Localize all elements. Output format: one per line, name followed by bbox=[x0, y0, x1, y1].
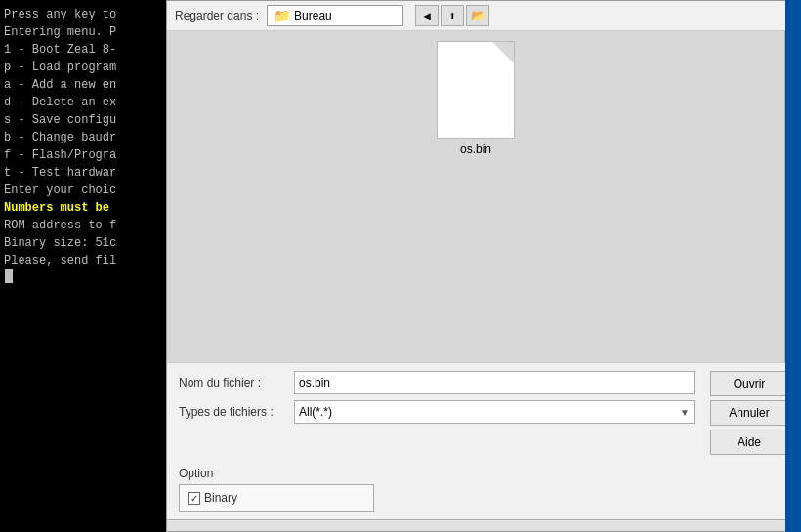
filename-row: Nom du fichier : bbox=[179, 371, 695, 394]
terminal-line: Press any key to bbox=[4, 6, 162, 23]
terminal-line: f - Flash/Progra bbox=[4, 146, 162, 164]
terminal-line: Binary size: 51c bbox=[4, 234, 162, 252]
dialog-body: os.bin ▲ ▼ bbox=[167, 31, 800, 362]
dog-ear-decoration bbox=[492, 42, 514, 63]
terminal-line: d - Delete an ex bbox=[4, 94, 162, 111]
terminal-line: b - Change baudr bbox=[4, 129, 162, 146]
nav-up-button[interactable]: ⬆ bbox=[441, 5, 464, 26]
filetype-value: All(*.*) bbox=[299, 405, 332, 419]
file-open-dialog: Regarder dans : 📁 Bureau ◀ ⬆ 📂 os.bin bbox=[166, 0, 801, 532]
form-and-buttons: Nom du fichier : Types de fichiers : All… bbox=[179, 371, 788, 455]
form-rows: Nom du fichier : Types de fichiers : All… bbox=[179, 371, 695, 455]
terminal-cursor-line bbox=[4, 269, 162, 283]
option-group-label: Option bbox=[179, 467, 788, 480]
open-button[interactable]: Ouvrir bbox=[710, 371, 788, 396]
terminal-line: a - Add a new en bbox=[4, 76, 162, 94]
look-in-combo[interactable]: 📁 Bureau bbox=[267, 5, 403, 26]
binary-option[interactable]: ✓ Binary bbox=[188, 491, 237, 505]
terminal-line: p - Load program bbox=[4, 59, 162, 76]
binary-checkbox[interactable]: ✓ bbox=[188, 492, 200, 505]
filetype-row: Types de fichiers : All(*.*) ▼ bbox=[179, 400, 695, 424]
filetype-select[interactable]: All(*.*) ▼ bbox=[294, 400, 695, 424]
option-group-box: ✓ Binary bbox=[179, 484, 374, 512]
terminal-line: Enter your choic bbox=[4, 182, 162, 199]
filename-input[interactable] bbox=[294, 371, 695, 394]
dropdown-arrow-icon: ▼ bbox=[680, 407, 690, 418]
cancel-button[interactable]: Annuler bbox=[710, 400, 788, 426]
right-panel bbox=[785, 0, 801, 532]
look-in-label: Regarder dans : bbox=[175, 9, 259, 22]
terminal-highlighted-line: Numbers must be bbox=[4, 199, 162, 217]
terminal-line: Entering menu. P bbox=[4, 23, 162, 41]
terminal-cursor bbox=[5, 269, 13, 283]
binary-option-label: Binary bbox=[204, 491, 237, 505]
new-folder-button[interactable]: 📂 bbox=[466, 5, 489, 26]
dialog-toolbar: ◀ ⬆ 📂 bbox=[415, 5, 489, 26]
dialog-options: Option ✓ Binary bbox=[167, 463, 800, 519]
terminal-line: s - Save configu bbox=[4, 111, 162, 129]
action-buttons: Ouvrir Annuler Aide bbox=[710, 371, 788, 455]
terminal-panel: Press any key to Entering menu. P 1 - Bo… bbox=[0, 0, 166, 532]
terminal-line: t - Test hardwar bbox=[4, 164, 162, 182]
help-button[interactable]: Aide bbox=[710, 430, 788, 455]
folder-icon: 📁 bbox=[274, 8, 290, 23]
look-in-value: Bureau bbox=[294, 9, 332, 22]
file-icon bbox=[437, 41, 515, 139]
filetype-label: Types de fichiers : bbox=[179, 405, 286, 419]
dialog-area: Regarder dans : 📁 Bureau ◀ ⬆ 📂 os.bin bbox=[166, 0, 801, 532]
file-item[interactable]: os.bin bbox=[437, 41, 515, 156]
dialog-form: Nom du fichier : Types de fichiers : All… bbox=[167, 362, 800, 463]
filename-label: Nom du fichier : bbox=[179, 376, 286, 389]
terminal-line: ROM address to f bbox=[4, 217, 162, 234]
file-list-area[interactable]: os.bin bbox=[167, 31, 784, 362]
nav-back-button[interactable]: ◀ bbox=[415, 5, 439, 26]
dialog-header: Regarder dans : 📁 Bureau ◀ ⬆ 📂 bbox=[167, 1, 800, 31]
terminal-line: 1 - Boot Zeal 8- bbox=[4, 41, 162, 59]
bottom-scrollbar[interactable] bbox=[167, 519, 800, 531]
terminal-line: Please, send fil bbox=[4, 252, 162, 269]
file-item-label: os.bin bbox=[460, 143, 491, 156]
